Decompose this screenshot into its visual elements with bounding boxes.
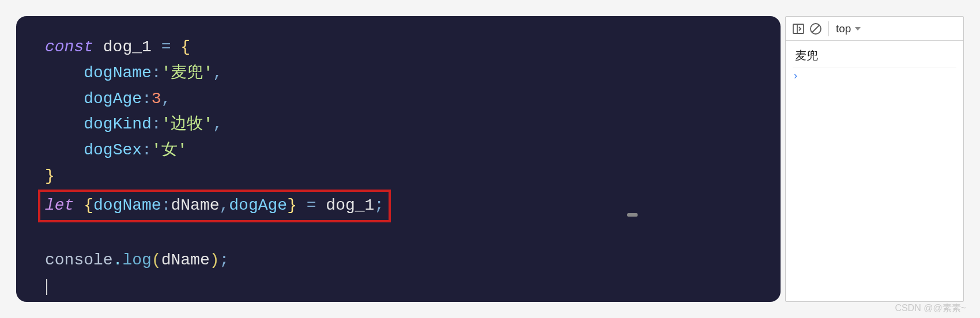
- code-line: dogKind:'边牧',: [45, 112, 752, 138]
- highlight-box: let {dogName:dName,dogAge} = dog_1;: [38, 190, 391, 222]
- code-line-cursor: [45, 274, 752, 300]
- clear-console-icon[interactable]: [808, 21, 824, 37]
- console-log-line: 麦兜: [793, 44, 956, 67]
- toggle-panel-icon[interactable]: [790, 21, 806, 37]
- context-selector[interactable]: top: [834, 21, 864, 36]
- watermark-text: CSDN @@素素~: [895, 302, 966, 315]
- code-line: dogSex:'女': [45, 138, 752, 164]
- code-line: dogAge:3,: [45, 86, 752, 112]
- context-label: top: [836, 22, 851, 35]
- chevron-down-icon: [854, 26, 861, 32]
- code-editor[interactable]: const dog_1 = { dogName:'麦兜', dogAge:3, …: [16, 16, 781, 302]
- console-prompt-icon[interactable]: ›: [793, 67, 956, 84]
- console-output[interactable]: 麦兜 ›: [786, 41, 963, 301]
- code-line-empty: [45, 222, 752, 248]
- code-line: console.log(dName);: [45, 248, 752, 274]
- svg-line-3: [812, 25, 819, 32]
- toolbar-divider: [828, 21, 829, 36]
- code-line: const dog_1 = {: [45, 35, 752, 60]
- devtools-panel: top 麦兜 ›: [785, 16, 964, 302]
- code-line-highlighted: let {dogName:dName,dogAge} = dog_1;: [45, 190, 752, 222]
- code-line: dogName:'麦兜',: [45, 60, 752, 86]
- svg-rect-0: [793, 24, 804, 33]
- code-line: }: [45, 164, 752, 190]
- scrubber-handle[interactable]: [627, 213, 638, 217]
- cursor-icon: [46, 279, 47, 295]
- devtools-toolbar: top: [786, 17, 963, 41]
